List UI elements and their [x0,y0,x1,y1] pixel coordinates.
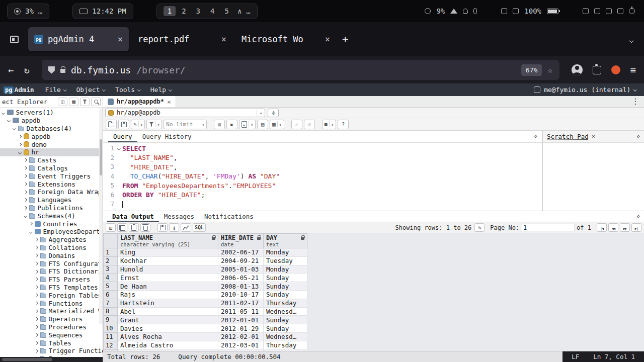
cell[interactable]: Wednesd… [264,307,307,316]
tree-item-catalogs[interactable]: Catalogs [0,164,103,172]
chevron-down-icon[interactable] [18,151,21,154]
chevron-right-icon[interactable] [35,325,38,328]
row-number[interactable]: 10 [104,324,118,333]
save-results-button[interactable] [169,223,179,232]
tree-item-fts-configurations[interactable]: FTS Configurations [0,259,103,267]
chevron-right-icon[interactable] [35,310,38,313]
commit-button[interactable] [291,120,302,129]
power-icon[interactable] [629,8,635,14]
workspace-switcher[interactable]: 12345 [156,4,258,19]
previous-page-button[interactable] [608,223,618,232]
workspace-4[interactable]: 4 [206,6,218,16]
menu-file[interactable]: File [40,83,71,96]
tree-item-aggregates[interactable]: Aggregates [0,236,103,244]
row-number[interactable]: 4 [104,274,118,282]
chevron-down-icon[interactable] [29,230,32,233]
tree-item-trigger-functions[interactable]: Trigger Functions [0,347,103,355]
cell[interactable]: Thursday [264,341,307,349]
tab-data-output[interactable]: Data Output [107,211,159,222]
cell[interactable]: Tuesday [264,256,307,265]
cell[interactable]: Sunday [264,290,307,299]
battery-cluster[interactable]: 100% [501,7,558,15]
tab-notifications[interactable]: Notifications [199,211,259,222]
tree-item-servers-1-[interactable]: Servers(1) [0,109,103,117]
account-icon[interactable] [572,64,583,75]
expand-panel-icon[interactable] [636,133,640,140]
tree-item-fts-templates[interactable]: FTS Templates [0,284,103,292]
cell[interactable]: Hunold [118,265,218,274]
cell[interactable]: Alves Rocha [118,332,218,341]
cell[interactable]: 2010-10-17 [218,290,264,299]
tree-item-sequences[interactable]: Sequences [0,331,103,339]
tree-item-fts-parsers[interactable]: FTS Parsers [0,276,103,284]
cell[interactable]: Monday [264,248,307,257]
scrollbar-thumb[interactable] [100,139,102,175]
edit-menu-button[interactable] [131,120,145,129]
chevron-right-icon[interactable] [35,302,38,305]
scratch-pad-input[interactable] [543,143,644,211]
rollback-button[interactable] [304,120,315,129]
tree-item-collations[interactable]: Collations [0,244,103,252]
cell[interactable]: Hartstein [118,299,218,307]
help-button[interactable] [338,120,349,129]
eol-indicator[interactable]: LF [572,353,579,360]
save-data-button[interactable] [157,223,168,232]
zoom-level[interactable]: 67% [521,64,542,76]
row-number[interactable]: 1 [104,248,118,257]
row-limit-select[interactable]: No limit [164,120,207,129]
cell[interactable]: Abel [118,307,218,316]
url-bar[interactable]: db.fymio.us /browser/ 67% [42,60,559,80]
tree-scrollbar[interactable] [99,108,103,324]
cell[interactable]: 2005-01-03 [218,265,264,274]
cell[interactable]: Kochhar [118,256,218,265]
tree-item-demo[interactable]: demo [0,140,103,148]
row-number[interactable]: 7 [104,299,118,307]
cell[interactable]: Wednesd… [264,332,307,341]
chevron-right-icon[interactable] [24,198,27,201]
chevron-right-icon[interactable] [24,174,27,177]
row-number[interactable]: 12 [104,341,118,349]
chevron-up-icon[interactable] [237,8,242,15]
cell[interactable]: 2012-01-29 [218,324,264,333]
status-cluster[interactable]: 9% [425,7,477,15]
tree-item-operators[interactable]: Operators [0,315,103,323]
chevron-right-icon[interactable] [35,286,38,289]
explain-button[interactable] [257,120,268,129]
expand-panel-icon[interactable] [534,133,537,140]
connection-select[interactable]: hr/app@appdb [105,109,265,117]
chevron-down-icon[interactable] [13,127,16,130]
cell[interactable]: Grant [118,316,218,324]
tracking-protection-icon[interactable] [48,66,55,74]
new-connection-button[interactable] [268,109,279,117]
cell[interactable]: 2012-01-01 [218,316,264,324]
tab-close-icon[interactable]: × [325,34,330,44]
first-page-button[interactable] [597,223,607,232]
chevron-right-icon[interactable] [29,222,32,225]
row-number[interactable]: 11 [104,332,118,341]
chevron-right-icon[interactable] [35,270,38,273]
cell[interactable]: Sunday [264,274,307,282]
code-line[interactable]: 6ORDER BY "HIRE_DATE"; [103,191,542,200]
workspace-3[interactable]: 3 [192,6,204,16]
panel-layout-button[interactable] [58,98,67,106]
column-header-hire_date[interactable]: HIRE_DATEdate [218,234,264,248]
tab-close-icon[interactable]: × [118,34,123,44]
browser-tab[interactable]: pgpgAdmin 4× [28,27,129,51]
last-page-button[interactable] [631,223,641,232]
cell[interactable]: Thursday [264,299,307,307]
row-number[interactable]: 8 [104,307,118,316]
chevron-down-icon[interactable] [24,214,27,217]
code-line[interactable]: 5FROM "EmployeesDepartments"."EMPLOYEES" [103,181,542,191]
cell[interactable]: Almeida Castro [118,341,218,349]
menu-help[interactable]: Help [145,83,177,96]
tree-item-domains[interactable]: Domains [0,251,103,259]
edit-range-button[interactable] [474,223,485,232]
row-number[interactable]: 5 [104,282,118,291]
show-sql-button[interactable]: SQL [193,223,206,232]
chevron-right-icon[interactable] [35,341,38,344]
workspace-1[interactable]: 1 [164,6,176,16]
delete-rows-button[interactable] [140,223,150,232]
cell[interactable]: 2011-02-17 [218,299,264,307]
tree-item-materialized-views[interactable]: Materialized Views [0,307,103,315]
chevron-down-icon[interactable] [117,147,120,150]
